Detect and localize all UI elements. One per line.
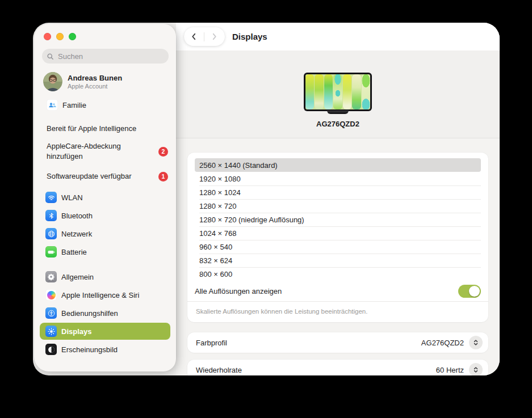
sidebar-item-label: Netzwerk xyxy=(61,230,92,238)
chevron-up-down-icon xyxy=(472,339,480,347)
page-title: Displays xyxy=(232,32,267,41)
toggle-label: Alle Auflösungen anzeigen xyxy=(195,287,282,295)
resolution-list: 2560 × 1440 (Standard)1920 × 10801280 × … xyxy=(195,158,481,281)
color-profile-label: Farbprofil xyxy=(196,339,421,347)
resolution-row[interactable]: 1920 × 1080 xyxy=(195,172,481,185)
resolution-row[interactable]: 1280 × 720 xyxy=(195,199,481,213)
battery-icon xyxy=(45,246,57,257)
color-profile-value: AG276QZD2 xyxy=(421,339,464,347)
refresh-rate-value: 60 Hertz xyxy=(436,366,464,374)
sidebar-nav-group: WLANBluetoothNetzwerkBatterie xyxy=(40,189,170,260)
resolution-row[interactable]: 1280 × 1024 xyxy=(195,185,481,199)
monitor-stand xyxy=(327,111,349,114)
sidebar-item-apple-intelligence-siri[interactable]: Apple Intelligence & Siri xyxy=(40,286,170,303)
sidebar-item-batterie[interactable]: Batterie xyxy=(40,243,170,260)
notice-label: Bereit für Apple Intelligence xyxy=(47,124,136,134)
system-settings-window: Andreas Bunen Apple Account Familie Bere… xyxy=(33,23,500,375)
color-profile-stepper[interactable] xyxy=(469,336,483,349)
avatar xyxy=(43,72,62,91)
sidebar-item-label: Displays xyxy=(61,327,91,336)
account-name: Andreas Bunen xyxy=(68,74,122,82)
notice-label: Softwareupdate verfügbar xyxy=(47,171,132,181)
brightness-icon xyxy=(45,326,57,337)
sidebar-item-label: Bedienungshilfen xyxy=(61,309,118,318)
sidebar-nav: WLANBluetoothNetzwerkBatterieAllgemeinAp… xyxy=(34,189,176,358)
notice-badge: 1 xyxy=(158,172,168,181)
resolutions-card: 2560 × 1440 (Standard)1920 × 10801280 × … xyxy=(187,153,488,322)
siri-icon xyxy=(45,289,57,301)
forward-button[interactable] xyxy=(204,27,224,46)
appearance-icon xyxy=(45,344,57,355)
resolutions-footnote: Skalierte Auflösungen können die Leistun… xyxy=(195,302,481,322)
refresh-rate-stepper[interactable] xyxy=(469,363,483,375)
notice-label: AppleCare-Abdeckung hinzufügen xyxy=(47,141,154,162)
sidebar-item-label: Bluetooth xyxy=(61,212,93,220)
history-nav xyxy=(184,27,225,46)
sidebar-item-label: Allgemein xyxy=(61,273,94,281)
sidebar-item-allgemein[interactable]: Allgemein xyxy=(40,268,170,285)
sidebar: Andreas Bunen Apple Account Familie Bere… xyxy=(34,24,176,371)
gear-icon xyxy=(45,271,57,282)
search-icon xyxy=(47,53,54,60)
display-name: AG276QZD2 xyxy=(292,120,383,128)
sidebar-item-netzwerk[interactable]: Netzwerk xyxy=(40,225,170,242)
sidebar-item-label: Familie xyxy=(62,101,86,109)
sidebar-item-bedienungshilfen[interactable]: Bedienungshilfen xyxy=(40,305,170,322)
chevron-up-down-icon xyxy=(472,366,480,374)
apple-account-item[interactable]: Andreas Bunen Apple Account xyxy=(41,71,170,92)
main-header: Displays xyxy=(176,23,500,51)
desktop: { "window": { "controls": ["close", "min… xyxy=(0,0,532,418)
resolution-row[interactable]: 1280 × 720 (niedrige Auflösung) xyxy=(195,213,481,226)
resolution-row[interactable]: 832 × 624 xyxy=(195,254,481,267)
sidebar-item-label: Batterie xyxy=(61,248,87,256)
sidebar-item-familie[interactable]: Familie xyxy=(41,97,170,113)
notice-badge: 2 xyxy=(158,147,168,157)
sidebar-nav-group: AllgemeinApple Intelligence & SiriBedien… xyxy=(40,268,170,358)
show-all-resolutions-toggle[interactable] xyxy=(458,285,481,298)
zoom-button[interactable] xyxy=(69,33,76,40)
chevron-left-icon xyxy=(190,32,198,41)
resolution-row[interactable]: 1024 × 768 xyxy=(195,226,481,240)
minimize-button[interactable] xyxy=(56,33,64,40)
monitor-wallpaper xyxy=(305,74,370,109)
display-hero: AG276QZD2 xyxy=(176,50,500,138)
back-button[interactable] xyxy=(184,27,204,46)
search-input[interactable] xyxy=(57,52,164,61)
show-all-resolutions-row: Alle Auflösungen anzeigen xyxy=(195,281,481,301)
main-pane: Displays AG276QZD2 2560 × 1440 (Standard… xyxy=(176,23,500,375)
family-icon xyxy=(47,99,58,111)
sidebar-item-displays[interactable]: Displays xyxy=(40,323,170,340)
refresh-rate-label: Wiederholrate xyxy=(196,366,436,374)
account-subtitle: Apple Account xyxy=(68,83,122,90)
notice-applecare[interactable]: AppleCare-Abdeckung hinzufügen 2 xyxy=(47,141,168,162)
wifi-icon xyxy=(45,192,57,203)
monitor-preview xyxy=(304,73,372,111)
sidebar-item-label: WLAN xyxy=(61,193,83,202)
sidebar-item-bluetooth[interactable]: Bluetooth xyxy=(40,207,170,224)
resolution-row[interactable]: 960 × 540 xyxy=(195,240,481,254)
notice-list: Bereit für Apple Intelligence AppleCare-… xyxy=(34,124,176,181)
chevron-right-icon xyxy=(210,32,219,41)
sidebar-item-erscheinungsbild[interactable]: Erscheinungsbild xyxy=(40,341,170,358)
notice-softwareupdate[interactable]: Softwareupdate verfügbar 1 xyxy=(47,171,168,181)
bluetooth-icon xyxy=(45,210,57,221)
settings-content: 2560 × 1440 (Standard)1920 × 10801280 × … xyxy=(176,138,500,375)
sidebar-item-wlan[interactable]: WLAN xyxy=(40,189,170,206)
notice-apple-intelligence[interactable]: Bereit für Apple Intelligence xyxy=(47,124,168,134)
sidebar-item-label: Erscheinungsbild xyxy=(61,345,118,354)
color-profile-row: Farbprofil AG276QZD2 xyxy=(187,332,488,353)
sidebar-item-label: Apple Intelligence & Siri xyxy=(61,291,139,299)
resolution-row[interactable]: 2560 × 1440 (Standard) xyxy=(195,158,481,172)
accessibility-icon xyxy=(45,307,57,319)
window-controls xyxy=(34,24,176,40)
resolution-row[interactable]: 800 × 600 xyxy=(195,267,481,281)
refresh-rate-row: Wiederholrate 60 Hertz xyxy=(187,360,488,375)
search-field[interactable] xyxy=(42,49,169,64)
close-button[interactable] xyxy=(44,33,51,40)
globe-icon xyxy=(45,228,57,239)
